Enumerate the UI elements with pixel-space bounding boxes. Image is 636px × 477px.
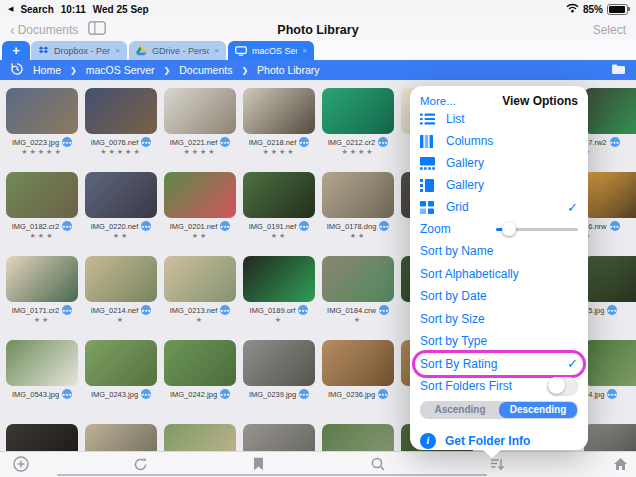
tab-macos-server[interactable]: macOS Server× (228, 41, 314, 60)
photo-cell[interactable]: IMG_0214.nef●●●★ (85, 256, 157, 325)
photo-thumbnail[interactable] (584, 172, 636, 218)
photo-thumbnail[interactable] (85, 172, 157, 218)
sidebar-toggle-icon[interactable] (88, 21, 106, 38)
zoom-slider[interactable] (496, 222, 578, 236)
sort-option-sort-alphabetically[interactable]: Sort Alphabetically (420, 263, 578, 286)
sort-option-sort-by-rating[interactable]: Sort By Rating✓ (420, 353, 578, 376)
breadcrumb-item-documents[interactable]: Documents (179, 64, 232, 76)
photo-thumbnail[interactable] (164, 424, 236, 452)
photo-thumbnail[interactable] (243, 340, 315, 386)
photo-cell[interactable]: 24.jpg●●● (584, 340, 636, 409)
photo-cell[interactable] (85, 424, 157, 452)
photo-more-badge[interactable]: ●●● (220, 389, 230, 399)
view-mode-columns[interactable]: Columns (420, 130, 578, 152)
photo-cell[interactable] (584, 424, 636, 452)
photo-cell[interactable] (164, 424, 236, 452)
photo-thumbnail[interactable] (584, 340, 636, 386)
photo-thumbnail[interactable] (322, 88, 394, 134)
photo-thumbnail[interactable] (164, 340, 236, 386)
photo-cell[interactable]: 15.jpg●●● (584, 256, 636, 325)
photo-more-badge[interactable]: ●●● (607, 305, 617, 315)
sort-option-sort-by-type[interactable]: Sort by Type (420, 330, 578, 353)
photo-more-badge[interactable]: ●●● (299, 137, 309, 147)
back-button[interactable]: ‹ Documents (10, 23, 78, 37)
photo-thumbnail[interactable] (584, 256, 636, 302)
view-mode-list[interactable]: List (420, 108, 578, 130)
photo-cell[interactable]: IMG_0171.cr2●●●★★ (6, 256, 78, 325)
photo-cell[interactable]: IMG_0223.jpg●●●★★★★★ (6, 88, 78, 157)
photo-more-badge[interactable]: ●●● (610, 137, 620, 147)
home-icon[interactable] (612, 456, 628, 472)
photo-thumbnail[interactable] (243, 424, 315, 452)
breadcrumb-item-photo-library[interactable]: Photo Library (257, 64, 319, 76)
photo-more-badge[interactable]: ●●● (62, 305, 72, 315)
photo-cell[interactable]: IMG_0220.nef●●●★★ (85, 172, 157, 241)
photo-cell[interactable]: IMG_0543.jpg●●● (6, 340, 78, 409)
photo-more-badge[interactable]: ●●● (62, 137, 72, 147)
photo-cell[interactable]: IMG_0184.crw●●●★ (322, 256, 394, 325)
photo-more-badge[interactable]: ●●● (299, 389, 309, 399)
photo-thumbnail[interactable] (6, 172, 78, 218)
photo-more-badge[interactable]: ●●● (141, 221, 151, 231)
history-icon[interactable] (10, 62, 24, 78)
photo-more-badge[interactable]: ●●● (220, 221, 230, 231)
photo-thumbnail[interactable] (6, 340, 78, 386)
view-mode-grid[interactable]: Grid✓ (420, 196, 578, 218)
segment-descending[interactable]: Descending (499, 402, 577, 418)
folder-icon[interactable] (611, 63, 626, 77)
photo-thumbnail[interactable] (164, 88, 236, 134)
photo-thumbnail[interactable] (164, 256, 236, 302)
photo-more-badge[interactable]: ●●● (610, 221, 620, 231)
view-mode-gallery[interactable]: Gallery (420, 152, 578, 174)
photo-thumbnail[interactable] (85, 88, 157, 134)
photo-cell[interactable]: IMG_0076.nef●●●★★★★★ (85, 88, 157, 157)
photo-cell[interactable]: IMG_0218.nef●●●★★★★ (243, 88, 315, 157)
photo-cell[interactable] (243, 424, 315, 452)
photo-cell[interactable]: IMG_0182.cr2●●●★★★ (6, 172, 78, 241)
photo-thumbnail[interactable] (322, 172, 394, 218)
back-to-app-icon[interactable]: ◀ (8, 5, 13, 13)
tab-close-icon[interactable]: × (115, 46, 120, 55)
tab-close-icon[interactable]: × (214, 46, 219, 55)
back-to-app-label[interactable]: Search (20, 4, 53, 15)
photo-cell[interactable]: IMG_0236.jpg●●● (322, 340, 394, 409)
sort-icon[interactable] (489, 456, 505, 472)
photo-cell[interactable]: IMG_0189.orf●●●★ (243, 256, 315, 325)
photo-thumbnail[interactable] (85, 424, 157, 452)
photo-more-badge[interactable]: ●●● (62, 389, 72, 399)
photo-thumbnail[interactable] (243, 88, 315, 134)
photo-thumbnail[interactable] (243, 172, 315, 218)
more-button[interactable]: More... (420, 95, 456, 107)
photo-more-badge[interactable]: ●●● (379, 221, 389, 231)
refresh-icon[interactable] (132, 456, 148, 472)
photo-more-badge[interactable]: ●●● (379, 305, 389, 315)
photo-thumbnail[interactable] (6, 424, 78, 452)
photo-cell[interactable]: IMG_0201.nef●●●★★ (164, 172, 236, 241)
zoom-slider-knob[interactable] (502, 222, 516, 236)
photo-more-badge[interactable]: ●●● (220, 137, 230, 147)
segment-ascending[interactable]: Ascending (421, 402, 499, 418)
photo-cell[interactable] (6, 424, 78, 452)
tab-gdrive-personal[interactable]: GDrive - Personal× (129, 41, 226, 60)
tab-dropbox-personal[interactable]: Dropbox - Personal× (31, 41, 127, 60)
photo-cell[interactable]: IMG_0221.nef●●●★★★★ (164, 88, 236, 157)
photo-thumbnail[interactable] (164, 172, 236, 218)
photo-thumbnail[interactable] (243, 256, 315, 302)
breadcrumb-item-home[interactable]: Home (33, 64, 61, 76)
photo-cell[interactable] (322, 424, 394, 452)
sort-option-sort-folders-first[interactable]: Sort Folders First (420, 375, 578, 398)
photo-more-badge[interactable]: ●●● (141, 137, 151, 147)
photo-cell[interactable]: IMG_0178.dng●●●★★ (322, 172, 394, 241)
photo-cell[interactable]: IMG_0239.jpg●●● (243, 340, 315, 409)
photo-more-badge[interactable]: ●●● (299, 221, 309, 231)
tab-close-icon[interactable]: × (302, 46, 307, 55)
photo-thumbnail[interactable] (85, 340, 157, 386)
add-icon[interactable] (13, 456, 29, 472)
photo-cell[interactable]: IMG_0213.nef●●●★ (164, 256, 236, 325)
photo-cell[interactable]: IMG_0212.cr2●●●★★★★ (322, 88, 394, 157)
photo-cell[interactable]: IMG_0191.nef●●●★★ (243, 172, 315, 241)
search-icon[interactable] (370, 456, 386, 472)
breadcrumb-item-macos-server[interactable]: macOS Server (86, 64, 155, 76)
sort-folders-first-toggle[interactable] (547, 377, 578, 396)
new-tab-button[interactable]: + (2, 41, 30, 60)
